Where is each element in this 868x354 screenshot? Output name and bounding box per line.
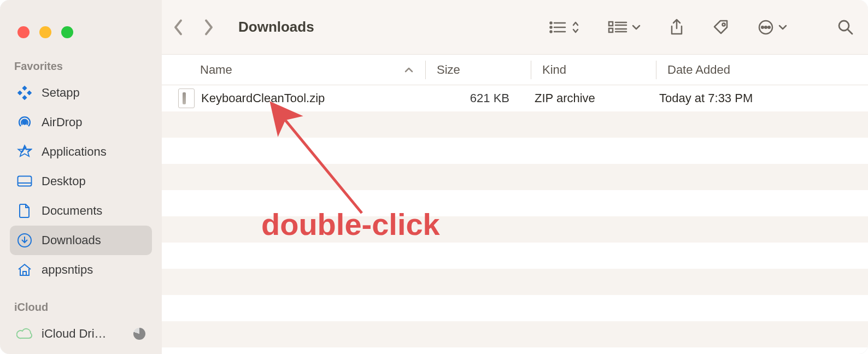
svg-rect-16	[609, 28, 613, 32]
sidebar-item-label: Documents	[42, 204, 145, 218]
sidebar-item-applications[interactable]: Applications	[10, 137, 152, 167]
home-icon	[16, 262, 33, 278]
toolbar-actions	[549, 19, 854, 36]
sidebar-item-appsntips[interactable]: appsntips	[10, 255, 152, 285]
svg-rect-15	[609, 22, 613, 26]
column-header-label: Name	[200, 63, 232, 77]
sidebar-item-downloads[interactable]: Downloads	[10, 226, 152, 255]
svg-point-25	[768, 26, 770, 28]
airdrop-icon	[16, 114, 33, 131]
empty-row	[162, 295, 868, 321]
maximize-button[interactable]	[61, 26, 73, 38]
tags-button[interactable]	[713, 19, 729, 36]
desktop-icon	[16, 173, 33, 190]
group-icon	[608, 20, 627, 34]
more-actions-button[interactable]	[758, 19, 787, 36]
sidebar-item-label: Applications	[42, 145, 145, 159]
svg-line-27	[848, 30, 852, 34]
list-view-icon	[549, 20, 567, 34]
sidebar-item-documents[interactable]: Documents	[10, 196, 152, 226]
forward-button[interactable]	[203, 19, 214, 36]
column-header-date[interactable]: Date Added	[656, 63, 868, 77]
ellipsis-circle-icon	[758, 19, 774, 36]
svg-point-21	[723, 23, 725, 26]
sidebar-item-label: Downloads	[42, 233, 145, 247]
main-panel: Downloads	[162, 0, 868, 354]
setapp-icon	[16, 85, 33, 101]
sidebar-item-label: Desktop	[42, 174, 145, 188]
svg-rect-1	[17, 90, 22, 95]
svg-rect-5	[18, 176, 32, 186]
sidebar-item-label: iCloud Dri…	[42, 327, 125, 341]
sidebar-item-icloud-drive[interactable]: iCloud Dri…	[10, 319, 152, 349]
close-button[interactable]	[17, 26, 30, 38]
svg-point-4	[23, 121, 27, 125]
empty-row	[162, 216, 868, 243]
location-title: Downloads	[238, 19, 314, 36]
empty-row	[162, 138, 868, 164]
column-header-label: Date Added	[667, 63, 730, 76]
file-list: KeyboardCleanTool.zip 621 KB ZIP archive…	[162, 85, 868, 354]
chevron-down-icon	[632, 24, 641, 31]
sidebar-item-desktop[interactable]: Desktop	[10, 167, 152, 196]
sidebar: Favorites Setapp AirDrop Applications De…	[0, 0, 162, 354]
minimize-button[interactable]	[39, 26, 51, 38]
search-icon	[837, 19, 854, 36]
back-button[interactable]	[173, 19, 184, 36]
file-name: KeyboardCleanTool.zip	[201, 91, 325, 105]
finder-window: Favorites Setapp AirDrop Applications De…	[0, 0, 868, 354]
empty-row	[162, 321, 868, 347]
sync-progress-icon	[133, 328, 145, 340]
column-header-row: Name Size Kind Date Added	[162, 55, 868, 85]
group-by-button[interactable]	[608, 20, 641, 34]
column-header-name[interactable]: Name	[200, 63, 425, 77]
sidebar-section-favorites: Favorites	[10, 58, 152, 78]
svg-point-11	[550, 26, 552, 28]
empty-row	[162, 164, 868, 190]
share-button[interactable]	[669, 19, 684, 36]
sidebar-item-label: Setapp	[42, 86, 145, 100]
column-header-size[interactable]: Size	[426, 63, 531, 77]
file-kind: ZIP archive	[535, 91, 595, 105]
empty-row	[162, 111, 868, 138]
column-header-kind[interactable]: Kind	[531, 63, 656, 77]
sidebar-item-label: AirDrop	[42, 115, 145, 129]
file-size: 621 KB	[430, 91, 509, 105]
empty-row	[162, 190, 868, 216]
column-header-label: Kind	[542, 63, 566, 76]
sort-ascending-icon	[404, 67, 413, 73]
cloud-icon	[16, 326, 33, 342]
svg-point-24	[765, 26, 767, 28]
tag-icon	[713, 19, 729, 36]
empty-row	[162, 269, 868, 295]
svg-point-13	[550, 31, 552, 32]
file-row[interactable]: KeyboardCleanTool.zip 621 KB ZIP archive…	[162, 85, 868, 111]
window-controls	[10, 16, 152, 58]
empty-row	[162, 243, 868, 269]
sidebar-item-label: appsntips	[42, 263, 145, 277]
search-button[interactable]	[837, 19, 854, 36]
svg-rect-3	[22, 95, 27, 100]
zip-file-icon	[178, 88, 195, 108]
svg-rect-2	[27, 90, 32, 95]
svg-rect-8	[23, 272, 26, 275]
file-date: Today at 7:33 PM	[659, 91, 753, 105]
sidebar-item-setapp[interactable]: Setapp	[10, 78, 152, 108]
svg-point-9	[550, 22, 552, 23]
column-header-label: Size	[437, 63, 460, 76]
applications-icon	[16, 144, 33, 160]
downloads-icon	[16, 232, 33, 249]
svg-point-23	[761, 26, 764, 28]
sidebar-section-icloud: iCloud	[10, 299, 152, 319]
documents-icon	[16, 203, 33, 219]
share-icon	[669, 19, 684, 36]
chevron-down-icon	[778, 24, 787, 31]
toolbar: Downloads	[162, 0, 868, 55]
up-down-chevron-icon	[572, 21, 579, 34]
view-mode-button[interactable]	[549, 20, 579, 34]
sidebar-item-airdrop[interactable]: AirDrop	[10, 108, 152, 137]
svg-rect-0	[22, 86, 27, 91]
